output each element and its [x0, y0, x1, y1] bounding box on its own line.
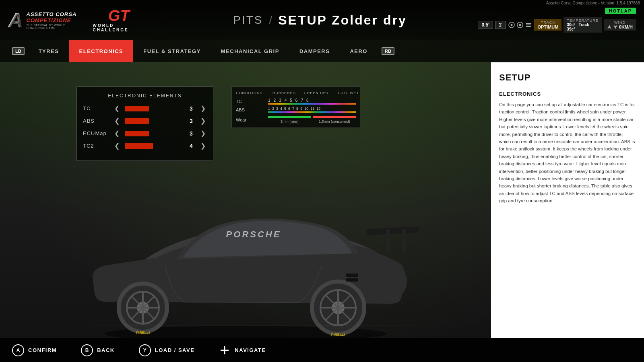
conditions-label: CONDITIONS	[236, 91, 268, 95]
temp-section: TEMPERATURE 30c° Track 39c°	[564, 17, 602, 33]
tc-conditions-row: TC 1 2 3 4 5 6 7 8	[236, 98, 356, 105]
rubbered-label: RUBBERED	[268, 91, 300, 95]
abs-num-1: 1	[268, 107, 270, 111]
abs-num-9: 9	[300, 107, 302, 111]
tab-mechanical[interactable]: MECHANICAL GRIP	[211, 40, 289, 62]
center-header: PITS / SETUP Zolder dry	[145, 13, 495, 28]
wind-down-icon	[613, 25, 618, 29]
abs-label: ABS	[83, 118, 109, 124]
bottom-bar: A CONFIRM B BACK Y LOAD / SAVE NAVIGATE	[0, 338, 644, 362]
full-wet-label: FULL WET	[332, 91, 365, 95]
abs-num-11: 11	[310, 107, 314, 111]
tc-conditions-label: TC	[236, 99, 268, 104]
tc-num-4: 4	[285, 98, 287, 103]
settings-icon	[508, 21, 515, 29]
abs-num-2: 2	[272, 107, 274, 111]
tc-increase-button[interactable]: ❯	[199, 105, 207, 112]
acc-logo-a-letter: A	[8, 10, 23, 31]
back-label: BACK	[97, 347, 115, 353]
a-button[interactable]: A	[12, 344, 24, 356]
y-button[interactable]: Y	[139, 344, 151, 356]
abs-num-8: 8	[296, 107, 298, 111]
car-spoiler-post1	[386, 229, 390, 253]
tc-num-6: 6	[295, 98, 298, 103]
timing-bubble-1: 0.5'	[478, 21, 493, 29]
tc-num-8: 8	[306, 98, 309, 103]
abs-increase-button[interactable]: ❯	[199, 117, 207, 125]
tc2-row: TC2 ❮ 4 ❯	[83, 142, 207, 150]
nav-tabs: LB TYRES ELECTRONICS FUEL & STRATEGY MEC…	[0, 40, 644, 62]
wind-label: WIND	[614, 21, 625, 25]
electronics-panel: ELECTRONIC ELEMENTS TC ❮ 3 ❯ ABS ❮ 3 ❯ E…	[76, 86, 213, 161]
setup-panel-subtitle: ELECTRONICS	[499, 91, 636, 97]
abs-num-3: 3	[276, 107, 278, 111]
tc-decrease-button[interactable]: ❮	[113, 105, 121, 112]
wear-data: 3mm (new) 1.5mm (consumed)	[268, 116, 356, 123]
tab-aero[interactable]: AERO	[340, 40, 378, 62]
navigate-action[interactable]: NAVIGATE	[219, 344, 266, 356]
abs-num-12: 12	[316, 107, 320, 111]
wear-label: Wear	[236, 117, 268, 122]
abs-decrease-button[interactable]: ❮	[113, 117, 121, 125]
track-label: TRACK	[541, 21, 555, 25]
tc-bar-fill	[125, 106, 149, 111]
confirm-label: CONFIRM	[28, 347, 57, 353]
tc2-bar-fill	[125, 143, 153, 149]
top-right-info: HOTLAP 0.5' 1' TRACK OPTIMUM TEMPERATURE…	[495, 8, 636, 33]
setup-panel-title: SETUP	[499, 72, 636, 83]
abs-value: 3	[187, 118, 195, 124]
tc-num-2: 2	[274, 98, 276, 103]
wear-new-bar	[268, 116, 311, 118]
tab-electronics[interactable]: ELECTRONICS	[69, 40, 134, 62]
wind-value: 0KM/H	[619, 25, 633, 29]
acc-line2: COMPETIZIONE	[27, 17, 85, 23]
tc2-decrease-button[interactable]: ❮	[113, 142, 121, 150]
tc-bar	[125, 106, 183, 111]
abs-num-6: 6	[288, 107, 290, 111]
ecumap-row: ECUMap ❮ 3 ❯	[83, 130, 207, 137]
rb-badge[interactable]: RB	[382, 47, 394, 55]
temp-value: 30c° Track 39c°	[567, 23, 599, 31]
conditions-header: CONDITIONS RUBBERED GREEN DRY FULL WET	[236, 91, 356, 95]
lb-badge[interactable]: LB	[12, 47, 25, 55]
setup-panel: SETUP ELECTRONICS On this page you can s…	[491, 62, 644, 338]
svg-rect-6	[526, 26, 531, 27]
side-vent-2	[346, 278, 358, 282]
navigate-label: NAVIGATE	[235, 347, 266, 353]
abs-num-5: 5	[284, 107, 286, 111]
tc-num-1: 1	[268, 98, 270, 103]
ecumap-increase-button[interactable]: ❯	[199, 130, 207, 137]
abs-conditions-numbers: 1 2 3 4 5 6 7 8 9 10 11 12	[268, 107, 356, 113]
hotlap-badge: HOTLAP	[605, 8, 636, 14]
ecumap-decrease-button[interactable]: ❮	[113, 130, 121, 137]
back-action[interactable]: B BACK	[81, 344, 115, 356]
car-area: PIRELLI PIRELLI PORSCHE	[0, 131, 491, 338]
wear-new-label: 3mm (new)	[268, 119, 311, 123]
tab-fuel[interactable]: FUEL & STRATEGY	[133, 40, 211, 62]
abs-row: ABS ❮ 3 ❯	[83, 117, 207, 125]
ecumap-bar	[125, 131, 183, 136]
tc2-value: 4	[187, 143, 195, 149]
top-bar: A ASSETTO CORSA COMPETIZIONE THE OFFICIA…	[0, 0, 644, 40]
confirm-action[interactable]: A CONFIRM	[12, 344, 57, 356]
abs-num-10: 10	[304, 107, 308, 111]
acc-logo: A ASSETTO CORSA COMPETIZIONE THE OFFICIA…	[8, 10, 85, 31]
tc2-increase-button[interactable]: ❯	[199, 142, 207, 150]
b-button[interactable]: B	[81, 344, 93, 356]
green-dry-label: GREEN DRY	[300, 91, 332, 95]
tab-tyres[interactable]: TYRES	[29, 40, 69, 62]
tc-num-3: 3	[279, 98, 281, 103]
side-vent-1	[346, 274, 358, 277]
abs-conditions-label: ABS	[236, 107, 268, 112]
conditions-table: CONDITIONS RUBBERED GREEN DRY FULL WET T…	[231, 86, 360, 128]
tc-color-bar	[268, 103, 356, 105]
breadcrumb: PITS / SETUP Zolder dry	[145, 13, 495, 28]
tab-dampers[interactable]: DAMPERS	[289, 40, 340, 62]
info-row: 0.5' 1' TRACK OPTIMUM TEMPERATURE 30c° T…	[478, 17, 636, 33]
cross-button[interactable]	[219, 344, 231, 356]
car-brand-text: PORSCHE	[226, 229, 281, 239]
timing-val-2: 1'	[499, 22, 503, 28]
abs-color-bar	[268, 111, 356, 113]
load-save-action[interactable]: Y LOAD / SAVE	[139, 344, 195, 356]
abs-num-7: 7	[292, 107, 294, 111]
